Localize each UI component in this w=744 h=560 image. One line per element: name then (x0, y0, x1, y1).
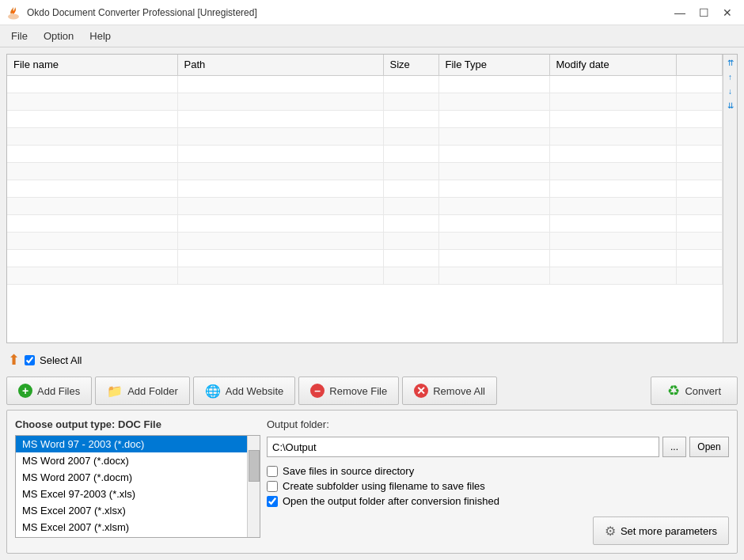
main-container: File name Path Size File Type Modify dat… (0, 47, 744, 560)
add-files-label: Add Files (37, 385, 80, 397)
app-logo-icon (6, 6, 21, 20)
table-row (7, 232, 723, 249)
browse-button[interactable]: ... (662, 437, 686, 457)
listbox-scrollbar (247, 436, 260, 537)
col-header-extra (676, 55, 723, 75)
list-item[interactable]: MS Excel 97-2003 (*.xls) (16, 486, 247, 502)
table-row (7, 75, 723, 93)
scroll-down-button[interactable]: ↓ (724, 85, 737, 97)
table-row (7, 162, 723, 180)
output-type-panel: Choose output type: DOC File MS Word 97 … (15, 418, 260, 545)
list-item[interactable]: MS Word 2007 (*.docm) (16, 469, 247, 486)
create-subfolder-label: Create subfolder using filename to save … (283, 480, 485, 492)
add-website-icon: 🌐 (205, 384, 221, 399)
col-header-filetype: File Type (438, 55, 549, 75)
menu-help[interactable]: Help (82, 27, 119, 45)
output-folder-input[interactable] (267, 437, 659, 457)
add-files-icon: + (18, 384, 32, 398)
menu-option[interactable]: Option (36, 27, 82, 45)
remove-all-icon: ✕ (414, 384, 428, 398)
title-bar: Okdo Document Converter Professional [Un… (0, 0, 744, 25)
window-controls: — ☐ ✕ (670, 2, 738, 23)
add-folder-icon: 📁 (107, 384, 123, 399)
remove-file-button[interactable]: – Remove File (298, 376, 399, 405)
output-folder-label: Output folder: (267, 418, 729, 430)
window-title: Okdo Document Converter Professional [Un… (27, 7, 257, 18)
list-item[interactable]: MS Word 97 - 2003 (*.doc) (16, 436, 247, 452)
output-type-label: Choose output type: DOC File (15, 418, 260, 430)
col-header-moddate: Modify date (549, 55, 676, 75)
save-source-label: Save files in source directory (283, 465, 414, 477)
save-source-checkbox[interactable] (267, 466, 278, 477)
add-folder-button[interactable]: 📁 Add Folder (95, 376, 190, 405)
table-row (7, 267, 723, 284)
table-row (7, 110, 723, 127)
toolbar: + Add Files 📁 Add Folder 🌐 Add Website –… (6, 376, 738, 405)
create-subfolder-checkbox[interactable] (267, 481, 278, 492)
maximize-button[interactable]: ☐ (693, 2, 714, 23)
open-after-conversion-checkbox[interactable] (267, 496, 278, 507)
add-files-button[interactable]: + Add Files (6, 376, 92, 405)
scroll-up-button[interactable]: ↑ (724, 70, 737, 83)
list-item[interactable]: MS Excel 2007 (*.xlsx) (16, 502, 247, 519)
close-button[interactable]: ✕ (717, 2, 738, 23)
open-after-conversion-label: Open the output folder after conversion … (283, 495, 499, 507)
remove-all-label: Remove All (433, 385, 485, 397)
col-header-path: Path (177, 55, 383, 75)
remove-file-label: Remove File (329, 385, 387, 397)
convert-button[interactable]: ♻ Convert (651, 376, 738, 405)
table-scrollbar: ⇈ ↑ ↓ ⇊ (723, 55, 737, 342)
checkbox-row-1: Save files in source directory (267, 465, 729, 477)
output-folder-panel: Output folder: ... Open Save files in so… (267, 418, 729, 545)
table-row (7, 197, 723, 214)
select-all-label[interactable]: Select All (40, 354, 82, 366)
upload-icon: ⬆ (8, 351, 20, 369)
set-more-params-button[interactable]: ⚙ Set more parameters (593, 516, 729, 545)
checkbox-row-3: Open the output folder after conversion … (267, 495, 729, 507)
output-type-listbox-wrapper: MS Word 97 - 2003 (*.doc)MS Word 2007 (*… (15, 435, 260, 538)
bottom-section: Choose output type: DOC File MS Word 97 … (6, 410, 738, 554)
gear-icon: ⚙ (605, 524, 616, 539)
set-params-label: Set more parameters (621, 525, 717, 537)
table-row (7, 145, 723, 162)
add-website-label: Add Website (226, 385, 283, 397)
file-table-wrapper: File name Path Size File Type Modify dat… (6, 54, 738, 343)
menu-file[interactable]: File (3, 27, 36, 45)
listbox-scroll-thumb[interactable] (249, 450, 260, 482)
select-all-row: ⬆ Select All (6, 348, 738, 372)
add-website-button[interactable]: 🌐 Add Website (193, 376, 295, 405)
open-folder-button[interactable]: Open (689, 437, 729, 457)
table-row (7, 214, 723, 232)
list-item[interactable]: MS Word 2007 (*.docx) (16, 452, 247, 469)
output-type-listbox[interactable]: MS Word 97 - 2003 (*.doc)MS Word 2007 (*… (16, 436, 247, 537)
file-table: File name Path Size File Type Modify dat… (7, 55, 723, 285)
options-checkboxes: Save files in source directory Create su… (267, 465, 729, 507)
remove-file-icon: – (310, 384, 325, 398)
scroll-bottom-button[interactable]: ⇊ (724, 99, 737, 112)
table-row (7, 180, 723, 197)
col-header-size: Size (383, 55, 438, 75)
convert-label: Convert (685, 385, 721, 397)
table-row (7, 127, 723, 145)
add-folder-label: Add Folder (127, 385, 178, 397)
list-item[interactable]: MS PowerPoint 97 - 2003 (*.ppt) (16, 535, 247, 537)
folder-row: ... Open (267, 437, 729, 457)
select-all-checkbox[interactable] (25, 355, 35, 365)
svg-point-0 (8, 13, 19, 19)
list-item[interactable]: MS Excel 2007 (*.xlsm) (16, 519, 247, 535)
table-row (7, 93, 723, 110)
remove-all-button[interactable]: ✕ Remove All (402, 376, 497, 405)
col-header-filename: File name (7, 55, 177, 75)
table-row (7, 249, 723, 267)
convert-icon: ♻ (667, 382, 680, 399)
menu-bar: File Option Help (0, 25, 744, 47)
checkbox-row-2: Create subfolder using filename to save … (267, 480, 729, 492)
minimize-button[interactable]: — (670, 2, 690, 23)
scroll-top-button[interactable]: ⇈ (724, 56, 737, 69)
